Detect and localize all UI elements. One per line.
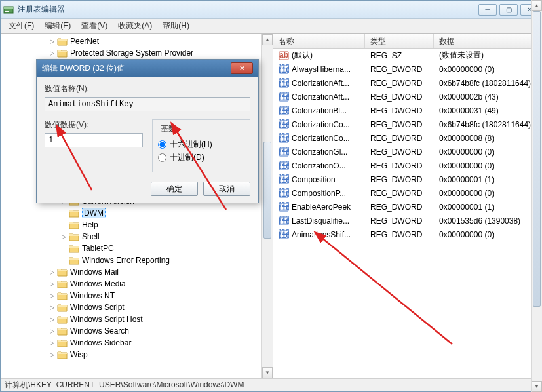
tree-toggle-icon[interactable]: ▷ xyxy=(48,292,56,300)
menu-favorites[interactable]: 收藏夹(A) xyxy=(113,19,157,33)
tree-node[interactable]: ▷Protected Storage System Provider xyxy=(1,47,273,59)
folder-icon xyxy=(57,267,68,277)
dialog-close-button[interactable]: ✕ xyxy=(231,62,253,74)
menu-help[interactable]: 帮助(H) xyxy=(157,19,195,33)
tree-node[interactable]: ▷Shell xyxy=(1,231,273,243)
menu-edit[interactable]: 编辑(E) xyxy=(39,19,76,33)
titlebar[interactable]: 注册表编辑器 ─ ▢ ✕ xyxy=(1,1,541,19)
list-row[interactable]: 011110AnimationsShif...REG_DWORD0x000000… xyxy=(273,227,541,241)
folder-icon xyxy=(57,338,68,347)
tree-node[interactable]: DWM xyxy=(1,207,273,219)
list-row[interactable]: 011110ColorizationAft...REG_DWORD0x00000… xyxy=(273,90,541,104)
window-title: 注册表编辑器 xyxy=(18,4,478,15)
scroll-thumb[interactable] xyxy=(263,142,271,238)
cell-name: 011110AnimationsShif... xyxy=(273,229,365,240)
menu-view[interactable]: 查看(V) xyxy=(76,19,113,33)
tree-label: TabletPC xyxy=(82,244,114,253)
tree-toggle-icon[interactable] xyxy=(60,209,68,217)
tree-scrollbar[interactable]: ▲ ▼ xyxy=(261,34,273,378)
tree-node[interactable]: ▷Wisp xyxy=(1,349,273,361)
tree-toggle-icon[interactable] xyxy=(60,221,68,229)
cell-type: REG_DWORD xyxy=(365,65,434,74)
tree-node[interactable]: TabletPC xyxy=(1,243,273,254)
tree-node[interactable]: ▷PeerNet xyxy=(1,35,273,47)
svg-text:110: 110 xyxy=(279,79,289,88)
tree-toggle-icon[interactable]: ▷ xyxy=(48,315,56,323)
col-header-type[interactable]: 类型 xyxy=(365,34,434,48)
col-header-data[interactable]: 数据 xyxy=(434,34,541,48)
list-row[interactable]: 011110ColorizationO...REG_DWORD0x0000000… xyxy=(273,159,541,172)
svg-text:110: 110 xyxy=(279,66,289,75)
list-row[interactable]: 011110EnableAeroPeekREG_DWORD0x00000001 … xyxy=(273,200,541,214)
menu-file[interactable]: 文件(F) xyxy=(3,19,39,33)
value-icon: 011110 xyxy=(279,92,289,102)
tree-toggle-icon[interactable] xyxy=(60,245,68,252)
cancel-button[interactable]: 取消 xyxy=(203,182,250,196)
value-name-input[interactable] xyxy=(45,97,250,111)
list-row[interactable]: 011110AlwaysHiberna...REG_DWORD0x0000000… xyxy=(273,62,541,76)
tree-node[interactable]: ▷Windows Mail xyxy=(1,266,273,278)
maximize-button[interactable]: ▢ xyxy=(499,4,518,16)
list-row[interactable]: 011110ColorizationAft...REG_DWORD0x6b74b… xyxy=(273,76,541,90)
tree-toggle-icon[interactable]: ▷ xyxy=(48,339,56,347)
cell-data: 0x00000008 (8) xyxy=(434,134,541,143)
tree-label: Wisp xyxy=(70,350,88,359)
cell-name: 011110EnableAeroPeek xyxy=(273,202,365,212)
tree-toggle-icon[interactable]: ▷ xyxy=(48,268,56,276)
radio-dec-row[interactable]: 十进制(D) xyxy=(158,152,244,163)
value-data-input[interactable] xyxy=(45,133,143,147)
cell-type: REG_DWORD xyxy=(365,175,434,184)
list-row[interactable]: ab(默认)REG_SZ(数值未设置) xyxy=(273,49,541,62)
tree-node[interactable]: ▷Windows Sidebar xyxy=(1,337,273,349)
tree-toggle-icon[interactable]: ▷ xyxy=(48,280,56,288)
tree-node[interactable]: ▷Windows Script xyxy=(1,302,273,313)
svg-text:110: 110 xyxy=(279,107,289,116)
cell-name: 011110ColorizationCo... xyxy=(273,119,365,130)
scroll-down-button[interactable]: ▼ xyxy=(262,367,273,378)
tree-node[interactable]: ▷Windows Search xyxy=(1,325,273,337)
svg-rect-1 xyxy=(4,7,13,9)
tree-node[interactable]: ▷Windows NT xyxy=(1,290,273,302)
minimize-button[interactable]: ─ xyxy=(478,4,497,16)
menubar: 文件(F) 编辑(E) 查看(V) 收藏夹(A) 帮助(H) xyxy=(1,19,541,33)
col-header-name[interactable]: 名称 xyxy=(273,34,365,48)
tree-toggle-icon[interactable]: ▷ xyxy=(60,233,68,241)
tree-toggle-icon[interactable]: ▷ xyxy=(48,351,56,359)
tree-node[interactable]: ▷Windows Media xyxy=(1,278,273,290)
list-body[interactable]: ab(默认)REG_SZ(数值未设置)011110AlwaysHiberna..… xyxy=(273,49,541,378)
radio-hex-row[interactable]: 十六进制(H) xyxy=(158,139,244,150)
list-row[interactable]: 011110CompositionREG_DWORD0x00000001 (1) xyxy=(273,172,541,186)
radio-dec[interactable] xyxy=(158,153,166,162)
folder-icon xyxy=(69,208,79,218)
tree-node[interactable]: Help xyxy=(1,219,273,231)
folder-icon xyxy=(57,350,68,359)
base-fieldset: 基数 十六进制(H) 十进制(D) xyxy=(152,119,250,172)
list-row[interactable]: 011110LastDisqualifie...REG_DWORD0x00153… xyxy=(273,214,541,227)
list-row[interactable]: 011110ColorizationCo...REG_DWORD0x000000… xyxy=(273,131,541,145)
list-row[interactable]: 011110CompositionP...REG_DWORD0x00000000… xyxy=(273,186,541,200)
list-row[interactable]: 011110ColorizationBl...REG_DWORD0x000000… xyxy=(273,104,541,117)
tree-toggle-icon[interactable] xyxy=(60,256,68,264)
list-row[interactable]: 011110ColorizationGl...REG_DWORD0x000000… xyxy=(273,145,541,159)
cell-data: 0x0000002b (43) xyxy=(434,92,541,102)
tree-toggle-icon[interactable]: ▷ xyxy=(48,304,56,311)
scroll-track[interactable] xyxy=(262,45,273,367)
tree-toggle-icon[interactable]: ▷ xyxy=(48,327,56,335)
tree-toggle-icon[interactable]: ▷ xyxy=(48,37,56,45)
svg-text:110: 110 xyxy=(279,162,289,171)
tree-node[interactable]: Windows Error Reporting xyxy=(1,254,273,266)
tree-node[interactable]: ▷Windows Script Host xyxy=(1,313,273,325)
tree-label: Windows NT xyxy=(70,291,115,300)
tree-toggle-icon[interactable]: ▷ xyxy=(48,49,56,57)
cell-data: 0x001535d6 (1390038) xyxy=(434,216,541,225)
value-icon: 011110 xyxy=(279,202,289,212)
scroll-up-button[interactable]: ▲ xyxy=(262,34,273,45)
dialog-titlebar[interactable]: 编辑 DWORD (32 位)值 ✕ xyxy=(37,60,258,77)
radio-hex[interactable] xyxy=(158,140,166,149)
list-scrollbar[interactable]: ▲ ▼ xyxy=(531,49,541,378)
folder-icon xyxy=(69,256,79,265)
list-row[interactable]: 011110ColorizationCo...REG_DWORD0x6b74b8… xyxy=(273,117,541,131)
scroll-thumb[interactable] xyxy=(533,49,541,307)
ok-button[interactable]: 确定 xyxy=(151,182,198,196)
scroll-track[interactable] xyxy=(532,49,541,378)
